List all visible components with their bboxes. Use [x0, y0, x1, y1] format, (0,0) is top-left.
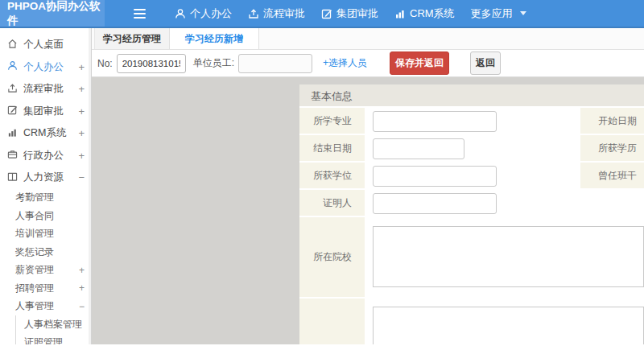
field-label-academic-degree: 所获学位 [299, 163, 365, 190]
study-history-form: 基本信息 所学专业 开始日期 结束日期 所获学历 所获学位 曾任班干 [299, 84, 644, 344]
sidebar-item-label: 招聘管理 [15, 282, 54, 295]
form-row: 所在院校 [299, 217, 644, 299]
sidebar-item-label: 薪资管理 [15, 263, 54, 277]
academic-degree-input[interactable] [373, 166, 497, 187]
sidebar-item-salary[interactable]: 薪资管理 + [0, 262, 91, 280]
expand-icon[interactable]: + [78, 105, 85, 117]
nav-item-personal-office[interactable]: 个人办公 [167, 0, 240, 27]
nav-item-label: 更多应用 [471, 6, 513, 21]
form-row: 所学专业 开始日期 [299, 108, 644, 135]
nav-item-label: 集团审批 [336, 6, 378, 21]
sidebar-item-label: 个人桌面 [23, 38, 64, 51]
user-icon [175, 8, 186, 19]
employee-label: 单位员工: [193, 56, 234, 70]
top-menu: 个人办公 流程审批 集团审批 CRM系统 更多应用 [167, 0, 535, 27]
hamburger-menu-icon[interactable] [134, 0, 146, 27]
no-input[interactable] [117, 54, 186, 73]
sidebar-item-label: 培训管理 [15, 227, 54, 241]
school-location-textarea[interactable] [373, 307, 644, 344]
sidebar-subtree: 人事档案管理 证照管理 [15, 315, 91, 344]
main-content: 学习经历管理 学习经历新增 No: 单位员工: +选择人员 保存并返回 返回 基… [92, 28, 644, 344]
employee-input[interactable] [238, 54, 312, 73]
collapse-icon[interactable]: − [79, 301, 85, 312]
nav-item-label: 流程审批 [263, 6, 305, 21]
sidebar-item-label: 流程审批 [23, 82, 64, 96]
sidebar-item-label: CRM系统 [23, 126, 66, 140]
user-icon [7, 60, 18, 73]
tab-label: 学习经历管理 [103, 32, 161, 46]
save-and-return-button[interactable]: 保存并返回 [390, 51, 449, 75]
nav-item-label: CRM系统 [410, 6, 455, 21]
form-row: 结束日期 所获学历 [299, 135, 644, 163]
nav-item-group-approval[interactable]: 集团审批 [313, 0, 386, 27]
expand-icon[interactable]: + [79, 265, 85, 276]
nav-item-more-apps[interactable]: 更多应用 [463, 0, 535, 27]
expand-icon[interactable]: + [78, 150, 85, 162]
return-button[interactable]: 返回 [470, 51, 501, 75]
sidebar-item-personal-desktop[interactable]: 个人桌面 [0, 34, 91, 56]
expand-icon[interactable]: + [78, 127, 85, 139]
tab-bar: 学习经历管理 学习经历新增 [92, 28, 644, 50]
sidebar-item-personnel-archive[interactable]: 人事档案管理 [16, 315, 91, 334]
field-label-major: 所学专业 [299, 108, 365, 135]
nav-item-workflow-approval[interactable]: 流程审批 [240, 0, 313, 27]
field-label-end-date: 结束日期 [299, 135, 365, 163]
form-canvas: 基本信息 所学专业 开始日期 结束日期 所获学历 所获学位 曾任班干 [92, 77, 644, 344]
sidebar-item-crm[interactable]: CRM系统 + [0, 122, 91, 145]
sidebar-item-hr[interactable]: 人力资源 − [0, 167, 91, 189]
caret-down-icon [520, 11, 526, 15]
sidebar-item-hr-contract[interactable]: 人事合同 [0, 207, 91, 225]
major-input[interactable] [373, 111, 497, 132]
sidebar-item-recruitment[interactable]: 招聘管理 + [0, 279, 91, 298]
field-label-school-location: 院校所在地 [299, 299, 365, 344]
briefcase-icon [7, 149, 18, 162]
no-label: No: [97, 58, 113, 69]
empty-cell [580, 190, 644, 217]
expand-icon[interactable]: + [78, 83, 85, 95]
top-navbar: PHPOA协同办公软件 个人办公 流程审批 集团审批 CRM系统 更多应用 [0, 0, 644, 28]
sidebar-item-label: 人事档案管理 [24, 318, 82, 332]
upload-icon [248, 8, 259, 19]
form-row: 所获学位 曾任班干 [299, 163, 644, 190]
sidebar-item-training[interactable]: 培训管理 [0, 225, 91, 244]
sidebar-item-certificate-mgmt[interactable]: 证照管理 [16, 334, 91, 345]
book-icon [7, 171, 18, 184]
bar-chart-icon [7, 127, 18, 140]
collapse-icon[interactable]: − [78, 171, 85, 183]
nav-item-crm[interactable]: CRM系统 [386, 0, 463, 27]
sidebar-item-personnel-mgmt[interactable]: 人事管理 − [0, 298, 91, 316]
sidebar-item-label: 人力资源 [23, 171, 64, 184]
select-person-link[interactable]: +选择人员 [323, 56, 367, 70]
field-label-start-date: 开始日期 [580, 108, 644, 135]
app-logo: PHPOA协同办公软件 [0, 0, 105, 27]
form-toolbar: No: 单位员工: +选择人员 保存并返回 返回 [92, 50, 644, 77]
sidebar-item-group-approval[interactable]: 集团审批 + [0, 101, 91, 123]
sidebar-item-label: 奖惩记录 [15, 245, 54, 259]
sidebar-item-rewards[interactable]: 奖惩记录 [0, 243, 91, 262]
sidebar-item-label: 集团审批 [23, 105, 64, 118]
field-label-class-cadre: 曾任班干 [580, 163, 644, 190]
sidebar-item-label: 证照管理 [24, 336, 63, 344]
home-icon [7, 39, 18, 51]
school-textarea[interactable] [373, 226, 644, 287]
form-row: 证明人 [299, 190, 644, 217]
tab-study-history-manage[interactable]: 学习经历管理 [94, 28, 170, 49]
sidebar: 个人桌面 个人办公 + 流程审批 + 集团审批 + CRM系统 + 行政办公 + [0, 28, 92, 344]
sidebar-item-label: 行政办公 [23, 149, 64, 163]
tab-study-history-new[interactable]: 学习经历新增 [170, 28, 259, 49]
bar-chart-icon [394, 8, 406, 19]
upload-icon [7, 83, 18, 96]
sidebar-item-label: 考勤管理 [15, 191, 54, 204]
end-date-input[interactable] [373, 138, 464, 159]
form-row: 院校所在地 [299, 299, 644, 344]
field-label-degree-obtained: 所获学历 [580, 135, 644, 163]
certifier-input[interactable] [373, 193, 497, 214]
expand-icon[interactable]: + [78, 61, 85, 73]
sidebar-item-personal-office[interactable]: 个人办公 + [0, 56, 91, 79]
edit-icon [7, 105, 18, 117]
sidebar-item-workflow-approval[interactable]: 流程审批 + [0, 78, 91, 101]
sidebar-item-attendance[interactable]: 考勤管理 [0, 189, 91, 208]
sidebar-item-label: 人事管理 [15, 299, 54, 313]
sidebar-item-admin-office[interactable]: 行政办公 + [0, 145, 91, 167]
expand-icon[interactable]: + [79, 282, 85, 294]
